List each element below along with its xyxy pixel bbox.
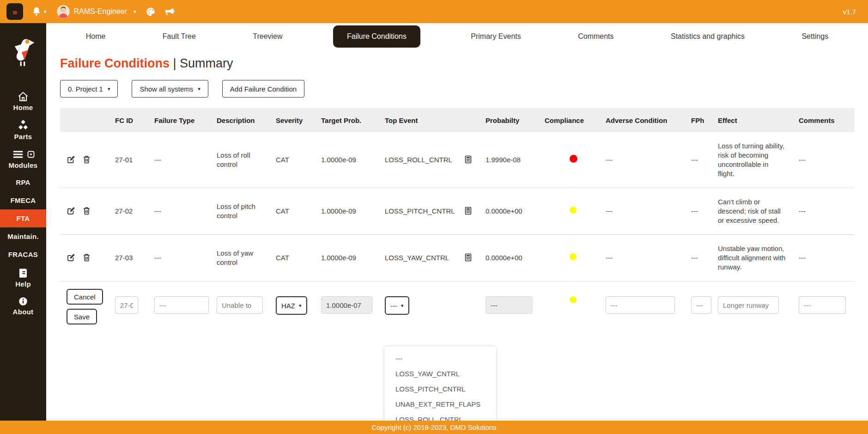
effect-input[interactable] bbox=[718, 296, 779, 314]
caret-down-icon: ▾ bbox=[299, 303, 302, 309]
sidebar-item-label: Modules bbox=[9, 161, 38, 169]
top-event-dropdown-menu: --- LOSS_YAW_CNTRL LOSS_PITCH_CNTRL UNAB… bbox=[384, 346, 497, 425]
col-fph: FPh bbox=[685, 108, 711, 132]
dropdown-option[interactable]: --- bbox=[384, 351, 496, 366]
delete-row-button[interactable] bbox=[82, 155, 91, 165]
sidebar-item-fta[interactable]: FTA bbox=[0, 209, 46, 227]
adverse-condition-input[interactable] bbox=[606, 296, 675, 314]
calculate-probability-button[interactable] bbox=[464, 206, 473, 217]
project-select[interactable]: 0. Project 1 ▾ bbox=[60, 80, 118, 98]
sidebar-item-label: Maintain. bbox=[7, 232, 39, 240]
delete-row-button[interactable] bbox=[82, 253, 91, 263]
caret-down-icon: ▾ bbox=[134, 9, 136, 15]
double-chevron-icon: » bbox=[12, 7, 18, 16]
fc-id-cell: 27-03 bbox=[109, 235, 148, 281]
delete-row-button[interactable] bbox=[82, 206, 91, 217]
copyright-text: Copyright (c) 2018-2023, DMD Solutions bbox=[371, 423, 496, 431]
tab-fault-tree[interactable]: Fault Tree bbox=[156, 28, 202, 45]
target-prob-cell: 1.0000e-09 bbox=[315, 132, 378, 188]
adverse-condition-cell: --- bbox=[599, 235, 685, 281]
module-tabs: Home Fault Tree Treeview Failure Conditi… bbox=[46, 23, 868, 50]
page-title-accent: Failure Conditions bbox=[60, 56, 170, 70]
fc-id-cell: 27-02 bbox=[109, 188, 148, 235]
edit-row-button[interactable] bbox=[67, 155, 76, 165]
tab-settings[interactable]: Settings bbox=[795, 28, 835, 45]
calculator-icon bbox=[464, 155, 473, 164]
col-compliance: Compliance bbox=[538, 108, 599, 132]
notifications-button[interactable]: ▾ bbox=[31, 6, 47, 17]
sidebar-item-help[interactable]: Help bbox=[0, 263, 46, 292]
tab-comments[interactable]: Comments bbox=[571, 28, 620, 45]
cancel-button[interactable]: Cancel bbox=[67, 289, 103, 305]
calculate-probability-button[interactable] bbox=[464, 253, 473, 263]
fph-cell: --- bbox=[685, 188, 711, 235]
theme-palette-button[interactable] bbox=[146, 6, 156, 17]
edit-row-button[interactable] bbox=[67, 253, 76, 263]
dropdown-option[interactable]: UNAB_EXT_RETR_FLAPS bbox=[384, 397, 496, 412]
top-event-select-value: --- bbox=[390, 302, 397, 310]
footer: Copyright (c) 2018-2023, DMD Solutions bbox=[0, 421, 868, 434]
sidebar-item-label: Parts bbox=[14, 133, 32, 141]
username: RAMS-Engineer bbox=[74, 7, 127, 16]
col-effect: Effect bbox=[711, 108, 792, 132]
caret-down-icon: ▾ bbox=[198, 86, 200, 92]
app-logo bbox=[8, 35, 38, 68]
failure-type-input[interactable] bbox=[154, 296, 209, 314]
sidebar-collapse-button[interactable]: » bbox=[6, 3, 23, 20]
tab-statistics[interactable]: Statistics and graphics bbox=[664, 28, 751, 45]
caret-down-icon: ▾ bbox=[401, 303, 404, 309]
sidebar-item-fmeca[interactable]: FMECA bbox=[0, 191, 46, 209]
edit-icon bbox=[67, 155, 76, 164]
announcements-button[interactable] bbox=[164, 6, 175, 17]
severity-select-value: HAZ bbox=[281, 302, 295, 310]
sidebar-item-modules[interactable]: Modules bbox=[0, 145, 46, 173]
table-row: 27-03 --- Loss of yaw control CAT 1.0000… bbox=[60, 235, 855, 281]
sidebar-item-rpa[interactable]: RPA bbox=[0, 173, 46, 191]
fc-id-input[interactable] bbox=[115, 296, 138, 314]
compliance-indicator bbox=[570, 207, 577, 214]
toolbar: 0. Project 1 ▾ Show all systems ▾ Add Fa… bbox=[60, 80, 868, 98]
sidebar-nav: Home Parts bbox=[0, 87, 46, 320]
effect-cell: Can't climb or descend; risk of stall or… bbox=[711, 188, 792, 235]
target-prob-cell: 1.0000e-09 bbox=[315, 188, 378, 235]
dropdown-option[interactable]: LOSS_YAW_CNTRL bbox=[384, 366, 496, 381]
tab-primary-events[interactable]: Primary Events bbox=[464, 28, 527, 45]
failure-type-cell: --- bbox=[148, 235, 210, 281]
compliance-indicator bbox=[570, 296, 577, 303]
col-actions bbox=[60, 108, 109, 132]
edit-icon bbox=[67, 253, 76, 262]
probability-cell: 0.0000e+00 bbox=[479, 235, 538, 281]
adverse-condition-cell: --- bbox=[599, 132, 685, 188]
table-row: 27-02 --- Loss of pitch control CAT 1.00… bbox=[60, 188, 855, 235]
col-fc-id: FC ID bbox=[109, 108, 148, 132]
systems-filter-select[interactable]: Show all systems ▾ bbox=[132, 80, 208, 98]
fph-input[interactable] bbox=[691, 296, 711, 314]
edit-row-button[interactable] bbox=[67, 206, 76, 217]
top-event-select[interactable]: --- ▾ bbox=[385, 296, 409, 315]
description-input[interactable] bbox=[217, 296, 263, 314]
help-icon bbox=[18, 268, 29, 279]
sidebar-item-home[interactable]: Home bbox=[0, 87, 46, 116]
fph-cell: --- bbox=[685, 132, 711, 188]
calculate-probability-button[interactable] bbox=[464, 155, 473, 165]
tab-failure-conditions[interactable]: Failure Conditions bbox=[333, 25, 420, 48]
compliance-indicator bbox=[570, 155, 577, 163]
sidebar-item-parts[interactable]: Parts bbox=[0, 116, 46, 145]
sidebar-item-maintain[interactable]: Maintain. bbox=[0, 227, 46, 245]
top-event-cell: LOSS_YAW_CNTRL bbox=[385, 253, 449, 263]
add-failure-condition-button[interactable]: Add Failure Condition bbox=[222, 80, 304, 98]
app-version: v1.7 bbox=[843, 8, 856, 16]
description-cell: Loss of pitch control bbox=[210, 188, 269, 235]
comments-input[interactable] bbox=[799, 296, 846, 314]
comments-cell: --- bbox=[792, 235, 855, 281]
severity-select[interactable]: HAZ ▾ bbox=[276, 296, 307, 315]
tab-treeview[interactable]: Treeview bbox=[246, 28, 289, 45]
sidebar-item-fracas[interactable]: FRACAS bbox=[0, 245, 46, 263]
user-menu[interactable]: RAMS-Engineer ▾ bbox=[57, 5, 136, 18]
page-title: Failure Conditions | Summary bbox=[60, 56, 868, 71]
sidebar-item-about[interactable]: About bbox=[0, 292, 46, 320]
save-button[interactable]: Save bbox=[67, 309, 97, 324]
dropdown-option[interactable]: LOSS_PITCH_CNTRL bbox=[384, 381, 496, 397]
tab-home[interactable]: Home bbox=[79, 28, 112, 45]
probability-cell: 0.0000e+00 bbox=[479, 188, 538, 235]
